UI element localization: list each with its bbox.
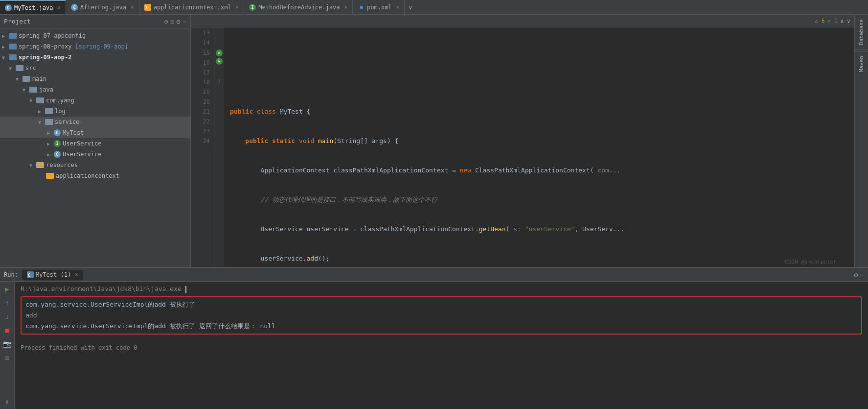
collapse-icon[interactable]: ≡ — [170, 18, 174, 25]
tree-label-mytest: MyTest — [63, 129, 84, 136]
editor-content: 13 14 15 16 17 18 19 20 21 22 23 24 — [191, 27, 854, 267]
output-line-1: com.yang.service.UserServiceImpl的add 被执行… — [25, 299, 857, 310]
tree-arrow: ▼ — [29, 163, 36, 168]
nav-up-button[interactable]: ∧ — [841, 18, 844, 24]
sidebar-tree: ▶ spring-07-appconfig ▶ spring-08-proxy … — [0, 28, 190, 267]
minimize-icon[interactable]: − — [183, 18, 186, 25]
output-path-line: R:\java.environment\Java\jdk8\bin\java.e… — [21, 284, 862, 294]
tree-item-comyang[interactable]: ▼ com.yang — [0, 95, 190, 106]
folder-icon — [23, 76, 30, 82]
tree-label-userservice-i: UserService — [63, 140, 101, 147]
tab-icon-c: C — [5, 4, 12, 11]
bottom-content: ▶ ↑ ↓ ■ 📷 ≡ ⇑ R:\java.environment\Java\j… — [0, 282, 868, 409]
tab-mytest[interactable]: C MyTest.java ✕ — [0, 0, 66, 14]
sidebar: Project ⊕ ≡ ⚙ − ▶ spring-07-appconfig ▶ … — [0, 15, 191, 267]
tree-label: src — [25, 65, 36, 72]
folder-icon — [36, 162, 44, 168]
play-button[interactable]: ▶ — [2, 284, 13, 294]
tree-item-userservice-c[interactable]: ▶ C UserService — [0, 149, 190, 160]
tree-label: spring-07-appconfig — [19, 32, 86, 39]
tab-bar: C MyTest.java ✕ C AfterLog.java ✕ X appl… — [0, 0, 868, 15]
tab-label-mytest: MyTest.java — [14, 4, 53, 11]
tree-item-java[interactable]: ▼ java — [0, 84, 190, 95]
folder-icon — [9, 44, 17, 49]
run-tab-mytest[interactable]: C MyTest (1) ✕ — [22, 270, 83, 280]
folder-icon — [29, 87, 37, 93]
folder-icon — [9, 33, 17, 39]
tab-afterlog[interactable]: C AfterLog.java ✕ — [66, 0, 139, 14]
database-tab[interactable]: Database — [855, 15, 868, 49]
tree-item-service[interactable]: ▼ service — [0, 117, 190, 127]
tab-pom[interactable]: m pom.xml ✕ — [353, 0, 405, 14]
svg-text:C: C — [28, 273, 30, 278]
tree-label-appctx-file: applicationcontext — [56, 172, 119, 179]
run-line16-button[interactable] — [216, 58, 223, 65]
tab-close-afterlog[interactable]: ✕ — [131, 4, 134, 10]
tree-label: com.yang — [46, 97, 74, 104]
bottom-panel: Run: C MyTest (1) ✕ ⚙ − ▶ ↑ ↓ ■ 📷 ≡ ⇑ R:… — [0, 267, 868, 409]
tree-item-resources[interactable]: ▼ resources — [0, 160, 190, 170]
run-line15-button[interactable] — [216, 49, 223, 56]
expand-button[interactable]: ⇑ — [2, 396, 13, 407]
tab-more-button[interactable]: ∨ — [405, 4, 416, 11]
svg-text:X: X — [145, 6, 148, 10]
bottom-icons: ⚙ − — [854, 271, 864, 279]
tab-icon-xml: X — [144, 4, 151, 11]
tree-item-appctx-file[interactable]: applicationcontext — [0, 170, 190, 181]
scroll-up-button[interactable]: ↑ — [2, 297, 13, 308]
tree-arrow: ▼ — [29, 98, 36, 103]
run-tab-label: MyTest (1) — [36, 271, 71, 278]
main-area: Project ⊕ ≡ ⚙ − ▶ spring-07-appconfig ▶ … — [0, 15, 868, 267]
tree-item-spring09[interactable]: ▼ spring-09-aop-2 — [0, 52, 190, 63]
line-numbers: 13 14 15 16 17 18 19 20 21 22 23 24 — [191, 27, 214, 267]
tree-item-main[interactable]: ▼ main — [0, 73, 190, 84]
tree-arrow: ▼ — [38, 120, 45, 125]
class-icon-userservice-i: I — [54, 140, 61, 147]
tab-close-methodbefore[interactable]: ✕ — [344, 4, 347, 10]
output-spacer — [21, 337, 862, 342]
filter-button[interactable]: ≡ — [2, 352, 13, 363]
tree-label: spring-08-proxy [spring-09-aop] — [19, 43, 128, 50]
tree-item-mytest[interactable]: ▶ C MyTest — [0, 127, 190, 138]
tree-label-resources: resources — [46, 162, 78, 168]
folder-icon — [16, 65, 23, 71]
editor-area: ⚠ 5 ✔ 1 ∧ ∨ 13 14 15 16 17 18 19 20 21 2… — [191, 15, 854, 267]
warning-badge: ⚠ 5 — [815, 18, 825, 24]
tab-close-pom[interactable]: ✕ — [396, 4, 400, 10]
code-line-15: public class MyTest { — [230, 107, 848, 117]
database-label: Database — [858, 19, 865, 45]
maven-tab[interactable]: Maven — [855, 51, 868, 76]
tab-icon-afterlog: C — [71, 4, 78, 11]
tree-item-spring08[interactable]: ▶ spring-08-proxy [spring-09-aop] — [0, 41, 190, 52]
tree-item-userservice-i[interactable]: ▶ I UserService — [0, 138, 190, 149]
tree-item-src[interactable]: ▼ src — [0, 63, 190, 73]
capture-button[interactable]: 📷 — [2, 338, 13, 349]
tab-methodbefore[interactable]: I MethodBeforeAdvice.java ✕ — [244, 0, 353, 14]
right-sidebar: Database Maven — [854, 15, 868, 267]
tree-item-spring07[interactable]: ▶ spring-07-appconfig — [0, 30, 190, 41]
stop-button[interactable]: ■ — [2, 325, 13, 336]
settings-icon-bottom[interactable]: ⚙ — [854, 271, 858, 279]
minimize-icon-bottom[interactable]: − — [860, 271, 864, 279]
tree-label: main — [32, 75, 46, 82]
tab-close-mytest[interactable]: ✕ — [57, 4, 61, 11]
class-icon-mytest: C — [54, 129, 61, 136]
xml-file-icon — [46, 173, 54, 179]
scroll-down-button[interactable]: ↓ — [2, 311, 13, 322]
tab-close-appctx[interactable]: ✕ — [236, 4, 239, 10]
tree-arrow: ▶ — [47, 130, 54, 136]
settings-icon[interactable]: ⚙ — [176, 18, 180, 25]
add-icon[interactable]: ⊕ — [164, 18, 168, 25]
tab-appctx[interactable]: X applicationcontext.xml ✕ — [139, 0, 245, 14]
tab-icon-m: m — [358, 4, 365, 11]
run-gutter: } — [214, 27, 224, 267]
folder-icon — [45, 119, 53, 125]
maven-label: Maven — [858, 56, 865, 72]
output-line-3: com.yang.service.UserServiceImpl的add 被执行… — [25, 321, 857, 332]
code-editor[interactable]: public class MyTest { public static void… — [224, 27, 854, 267]
run-tab-close[interactable]: ✕ — [75, 271, 78, 278]
watermark: CSDN @amcomputer — [785, 259, 837, 265]
tree-item-log[interactable]: ▶ log — [0, 106, 190, 117]
nav-down-button[interactable]: ∨ — [847, 18, 850, 24]
tree-label: log — [55, 108, 66, 115]
